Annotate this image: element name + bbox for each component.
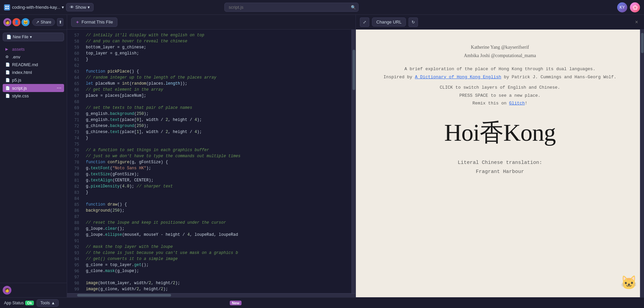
- preview-title-kong: Kong: [503, 119, 556, 146]
- new-file-button[interactable]: 📄 New File ▾: [3, 33, 64, 41]
- search-input[interactable]: [224, 3, 359, 12]
- file-name-p5: p5.js: [12, 78, 21, 83]
- app-status-label: App Status: [4, 301, 24, 305]
- line-88: 88: [67, 220, 83, 226]
- horizontal-scrollbar[interactable]: [67, 293, 356, 297]
- code-line-60: top_layer = g_english;: [83, 50, 356, 56]
- code-line-72: g_chinese.background(250);: [83, 123, 356, 129]
- file-icon-p5: 📄: [5, 78, 10, 82]
- code-content[interactable]: // intially it'll display with the engli…: [83, 30, 356, 293]
- line-78: 78: [67, 159, 83, 165]
- character-illustration: 🐱: [621, 275, 637, 291]
- line-83: 83: [67, 189, 83, 195]
- file-icon-script: 📄: [5, 86, 10, 90]
- code-line-97: [83, 274, 356, 280]
- file-item-readme[interactable]: 📄 README.md: [3, 61, 64, 69]
- horizontal-scrollbar-thumb[interactable]: [77, 294, 171, 297]
- editor-area: ✦ Format This File 57 58 59 60 61 62 63 …: [67, 15, 356, 297]
- sidebar-user-avatar[interactable]: 🧑: [3, 286, 11, 295]
- file-icon-index: 📄: [5, 70, 10, 75]
- code-line-57: // intially it'll display with the engli…: [83, 32, 356, 38]
- sidebar-avatar-3[interactable]: 🐱: [21, 18, 30, 26]
- line-71: 71: [67, 117, 83, 123]
- code-line-63: function pickPlace() {: [83, 69, 356, 75]
- code-line-65: let placeNum = int(random(places.length)…: [83, 81, 356, 87]
- credits-line2: Ambika Joshi @computational_mama: [464, 53, 536, 58]
- line-92: 92: [67, 244, 83, 250]
- file-name-index: index.html: [12, 70, 32, 75]
- code-line-64: // random integer up to the length of th…: [83, 75, 356, 81]
- file-item-p5[interactable]: 📄 p5.js: [3, 76, 64, 84]
- line-81: 81: [67, 177, 83, 183]
- sidebar-bottom: 🧑: [0, 283, 67, 297]
- file-icon-readme: 📄: [5, 62, 10, 67]
- new-file-label: New File: [13, 35, 29, 39]
- export-button[interactable]: ⬆: [57, 18, 63, 26]
- change-url-label: Change URL: [376, 19, 401, 25]
- file-item-assets[interactable]: ▶ assets: [3, 45, 64, 53]
- svg-rect-2: [5, 8, 7, 9]
- code-line-76: // a function to set things in each grap…: [83, 147, 356, 153]
- file-more-button[interactable]: ⋯: [57, 85, 61, 91]
- project-name[interactable]: coding-with-friends-kay... ▾: [12, 5, 64, 10]
- line-57: 57: [67, 32, 83, 38]
- preview-scrollbar-thumb[interactable]: [641, 33, 644, 53]
- change-url-button[interactable]: Change URL: [372, 17, 406, 27]
- preview-expand-button[interactable]: ⤢: [360, 17, 369, 27]
- status-bar: App Status Ok Tools ▲ New: [0, 297, 644, 308]
- sidebar-avatar-2[interactable]: 👤: [12, 18, 20, 26]
- code-line-73: g_chinese.text(place[1], width / 2, heig…: [83, 129, 356, 135]
- line-86: 86: [67, 208, 83, 214]
- preview-title-chinese: 香: [480, 119, 503, 146]
- share-label: Share: [41, 20, 51, 25]
- format-file-button[interactable]: ✦ Format This File: [71, 17, 117, 27]
- sidebar-avatar-1[interactable]: 🧑: [3, 18, 11, 26]
- show-label: Show: [75, 5, 87, 10]
- user-avatars: 🧑 👤 🐱: [3, 18, 30, 26]
- close-preview-button[interactable]: ×: [633, 19, 640, 26]
- translation-label: Literal Chinese translation:: [458, 160, 542, 166]
- line-95: 95: [67, 262, 83, 268]
- line-98: 98: [67, 280, 83, 286]
- line-91: 91: [67, 238, 83, 244]
- user-avatar-1[interactable]: KY: [617, 2, 627, 12]
- code-line-85: function draw() {: [83, 202, 356, 208]
- line-58: 58: [67, 38, 83, 44]
- line-60: 60: [67, 50, 83, 56]
- vertical-scrollbar[interactable]: [352, 30, 356, 293]
- code-editor[interactable]: 57 58 59 60 61 62 63 64 65 66 67 68 69 7…: [67, 30, 356, 293]
- user-avatar-2[interactable]: 🌸: [630, 2, 640, 12]
- code-line-87: [83, 214, 356, 220]
- show-button[interactable]: 👁 Show ▾: [66, 3, 94, 11]
- line-73: 73: [67, 129, 83, 135]
- file-item-index[interactable]: 📄 index.html: [3, 69, 64, 76]
- tools-label: Tools: [40, 301, 50, 305]
- preview-refresh-button[interactable]: ↻: [409, 17, 418, 27]
- line-89: 89: [67, 226, 83, 232]
- tools-button[interactable]: Tools ▲: [37, 299, 59, 307]
- line-63: 63: [67, 69, 83, 75]
- description-text: A brief exploration of the place of Hong…: [405, 67, 596, 72]
- line-59: 59: [67, 44, 83, 50]
- line-62: 62: [67, 62, 83, 69]
- file-icon-style: 📄: [5, 94, 10, 98]
- vertical-scrollbar-thumb[interactable]: [353, 50, 355, 90]
- preview-title-hoi: Hoi: [444, 119, 480, 146]
- file-item-env[interactable]: ⚙ .env: [3, 53, 64, 61]
- share-button[interactable]: ↗ Share: [32, 18, 55, 26]
- preview-description: A brief exploration of the place of Hong…: [383, 65, 616, 81]
- code-line-95: g_clone = top_layer.get();: [83, 262, 356, 268]
- book-link[interactable]: A Dictionary of Hong Kong English: [415, 75, 501, 80]
- file-item-style[interactable]: 📄 style.css: [3, 92, 64, 100]
- code-line-69: // set the texts to that pair of place n…: [83, 105, 356, 111]
- code-line-58: // and you can hover to reveal the chine…: [83, 38, 356, 44]
- code-line-93: // the clone is just because you can't u…: [83, 250, 356, 256]
- remix-link[interactable]: Glitch: [509, 101, 525, 106]
- preview-instructions: CLICK to switch layers of English and Ch…: [440, 84, 560, 107]
- line-67: 67: [67, 93, 83, 99]
- svg-rect-1: [7, 6, 9, 7]
- sidebar: 🧑 👤 🐱 ↗ Share ⬆ 📄 New File ▾ ▶ assets: [0, 15, 67, 297]
- file-item-script[interactable]: 📄 script.js ⋯: [3, 84, 64, 92]
- remix-end: !: [525, 101, 528, 106]
- preview-vertical-scrollbar[interactable]: [640, 30, 644, 297]
